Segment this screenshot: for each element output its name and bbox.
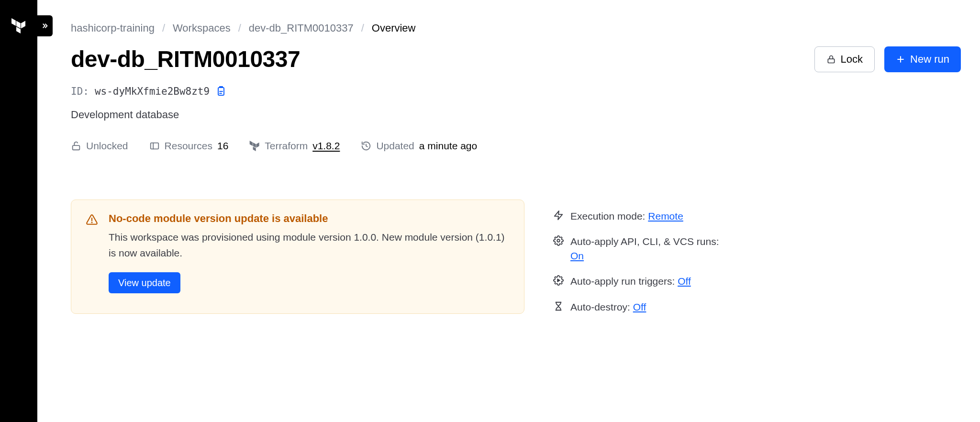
meta-row: Unlocked Resources 16 Terraform v1.8.2 xyxy=(71,140,961,152)
lock-button-label: Lock xyxy=(841,53,863,66)
lock-icon xyxy=(826,55,836,64)
page-title: dev-db_RITM0010337 xyxy=(71,46,300,72)
gear-icon xyxy=(553,235,564,263)
breadcrumb-org[interactable]: hashicorp-training xyxy=(71,22,155,34)
clipboard-copy-icon xyxy=(215,86,227,97)
view-update-button[interactable]: View update xyxy=(109,272,180,293)
terraform-version-link[interactable]: v1.8.2 xyxy=(312,140,340,152)
auto-apply-triggers-value[interactable]: Off xyxy=(678,276,691,287)
gear-play-icon xyxy=(553,275,564,288)
execution-mode-label: Execution mode: xyxy=(570,211,645,222)
copy-id-button[interactable] xyxy=(215,86,227,97)
setting-auto-apply-api: Auto-apply API, CLI, & VCS runs: On xyxy=(553,234,730,263)
auto-apply-triggers-label: Auto-apply run triggers: xyxy=(570,276,675,287)
terraform-version-meta: Terraform v1.8.2 xyxy=(249,140,340,152)
breadcrumb: hashicorp-training / Workspaces / dev-db… xyxy=(71,22,961,34)
setting-auto-apply-triggers: Auto-apply run triggers: Off xyxy=(553,274,730,288)
updated-value: a minute ago xyxy=(419,140,477,152)
plus-icon xyxy=(896,55,905,64)
main-content: hashicorp-training / Workspaces / dev-db… xyxy=(37,0,980,422)
chevrons-right-icon xyxy=(41,22,49,30)
resources-meta: Resources 16 xyxy=(149,140,229,152)
zap-icon xyxy=(553,210,564,223)
module-update-alert: No-code module version update is availab… xyxy=(71,200,524,314)
lock-status: Unlocked xyxy=(71,140,128,152)
auto-apply-api-label: Auto-apply API, CLI, & VCS runs: xyxy=(570,236,719,247)
terraform-label: Terraform xyxy=(265,140,308,152)
warning-icon xyxy=(86,213,98,299)
history-icon xyxy=(361,141,371,151)
resources-icon xyxy=(149,141,160,151)
updated-meta: Updated a minute ago xyxy=(361,140,477,152)
alert-title: No-code module version update is availab… xyxy=(109,212,510,225)
svg-rect-4 xyxy=(73,145,80,150)
breadcrumb-separator: / xyxy=(238,22,241,34)
lock-status-label: Unlocked xyxy=(86,140,128,152)
settings-panel: Execution mode: Remote Auto-apply API, C… xyxy=(553,200,730,314)
breadcrumb-separator: / xyxy=(361,22,364,34)
auto-apply-api-value[interactable]: On xyxy=(570,250,584,261)
execution-mode-value[interactable]: Remote xyxy=(648,211,683,222)
sidebar xyxy=(0,0,37,422)
svg-rect-5 xyxy=(150,143,158,149)
resources-count: 16 xyxy=(217,140,228,152)
svg-rect-0 xyxy=(828,59,834,63)
breadcrumb-workspace[interactable]: dev-db_RITM0010337 xyxy=(249,22,354,34)
workspace-description: Development database xyxy=(71,109,961,121)
terraform-logo-icon[interactable] xyxy=(11,18,26,33)
new-run-button-label: New run xyxy=(910,53,949,66)
svg-point-10 xyxy=(557,240,560,243)
new-run-button[interactable]: New run xyxy=(884,46,961,72)
sidebar-expand-button[interactable] xyxy=(37,15,53,36)
breadcrumb-separator: / xyxy=(162,22,165,34)
auto-destroy-value[interactable]: Off xyxy=(633,301,646,312)
terraform-icon xyxy=(249,141,260,151)
unlock-icon xyxy=(71,141,81,151)
breadcrumb-workspaces[interactable]: Workspaces xyxy=(173,22,231,34)
lock-button[interactable]: Lock xyxy=(814,46,875,72)
auto-destroy-label: Auto-destroy: xyxy=(570,301,630,312)
resources-label: Resources xyxy=(165,140,212,152)
alert-body-text: This workspace was provisioned using mod… xyxy=(109,230,510,261)
id-value: ws-dyMkXfmie2Bw8zt9 xyxy=(95,86,210,97)
breadcrumb-current: Overview xyxy=(372,22,416,34)
svg-marker-9 xyxy=(555,211,563,220)
hourglass-icon xyxy=(553,301,564,314)
setting-auto-destroy: Auto-destroy: Off xyxy=(553,300,730,314)
setting-execution-mode: Execution mode: Remote xyxy=(553,209,730,223)
workspace-id-row: ID: ws-dyMkXfmie2Bw8zt9 xyxy=(71,86,961,97)
svg-marker-11 xyxy=(557,279,560,282)
id-label: ID: xyxy=(71,86,89,97)
svg-point-8 xyxy=(91,222,92,222)
updated-label: Updated xyxy=(376,140,414,152)
